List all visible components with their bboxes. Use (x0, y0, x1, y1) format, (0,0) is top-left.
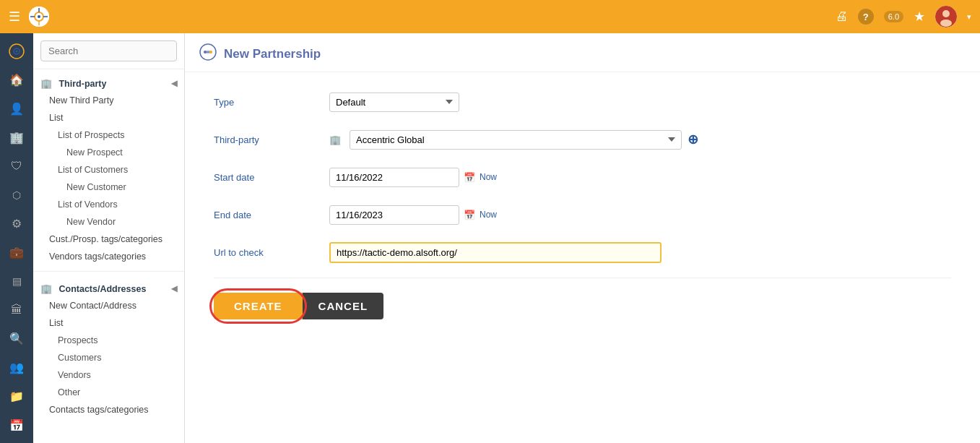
url-input[interactable] (329, 242, 662, 263)
third-party-section-header[interactable]: 🏢 Third-party ◀ (33, 72, 184, 92)
third-party-section-icon: 🏢 (40, 78, 52, 89)
sidebar-item-list-of-vendors[interactable]: List of Vendors (33, 196, 184, 213)
end-date-calendar-icon[interactable]: 📅 (464, 210, 475, 220)
version-badge: 6.0 (884, 11, 903, 22)
type-control: Default Affiliate Reseller (329, 93, 951, 112)
type-select[interactable]: Default Affiliate Reseller (329, 93, 459, 112)
contacts-section: 🏢 Contacts/Addresses ◀ New Contact/Addre… (33, 275, 184, 421)
contacts-section-header[interactable]: 🏢 Contacts/Addresses ◀ (33, 278, 184, 297)
sidebar-item-list[interactable]: List (33, 109, 184, 126)
sidebar-item-list-of-customers[interactable]: List of Customers (33, 161, 184, 179)
form-row-url: Url to check (214, 240, 951, 264)
sidebar-item-contacts-list[interactable]: List (33, 314, 184, 332)
favorites-icon[interactable]: ★ (914, 9, 925, 25)
sidebar-item-new-customer[interactable]: New Customer (33, 179, 184, 196)
start-date-calendar-icon[interactable]: 📅 (464, 172, 475, 183)
search-input[interactable] (40, 40, 177, 61)
iconbar-logo[interactable] (4, 39, 30, 64)
iconbar-tools[interactable]: ⚙ (4, 212, 30, 236)
iconbar-shield[interactable]: 🛡 (4, 154, 30, 179)
hamburger-menu-icon[interactable]: ☰ (9, 9, 20, 25)
iconbar-search[interactable]: 🔍 (4, 327, 30, 351)
third-party-collapse-icon: ◀ (171, 79, 177, 88)
third-party-section-label: Third-party (58, 79, 106, 89)
form-row-type: Type Default Affiliate Reseller (214, 90, 951, 114)
form-area: Type Default Affiliate Reseller Third-pa… (185, 72, 980, 337)
contacts-section-label: Contacts/Addresses (58, 284, 146, 294)
sidebar-item-customers[interactable]: Customers (33, 349, 184, 366)
sidebar-item-prospects[interactable]: Prospects (33, 332, 184, 349)
end-date-control: 📅 Now (329, 205, 951, 225)
svg-point-14 (204, 51, 207, 53)
main-content: New Partnership Type Default Affiliate R… (185, 33, 980, 443)
sidebar-item-list-of-prospects[interactable]: List of Prospects (33, 126, 184, 144)
third-party-section: 🏢 Third-party ◀ New Third Party List Lis… (33, 69, 184, 268)
content-header: New Partnership (185, 33, 980, 72)
sidebar-item-new-third-party[interactable]: New Third Party (33, 92, 184, 109)
topbar: ☰ 🖨 ? 6.0 ★ ▾ (0, 0, 980, 33)
iconbar-folder[interactable]: 📁 (4, 384, 30, 408)
iconbar-bank[interactable]: 🏛 (4, 298, 30, 322)
end-date-input[interactable] (329, 205, 459, 225)
third-party-field-icon: 🏢 (329, 134, 341, 145)
start-date-control: 📅 Now (329, 168, 951, 187)
svg-point-2 (38, 15, 40, 18)
sidebar-item-new-vendor[interactable]: New Vendor (33, 213, 184, 231)
sidebar-item-vendors[interactable]: Vendors (33, 366, 184, 384)
iconbar-briefcase[interactable]: 💼 (4, 240, 30, 264)
sidebar-item-new-contact[interactable]: New Contact/Address (33, 297, 184, 314)
page-title: New Partnership (224, 47, 321, 61)
svg-point-8 (942, 10, 950, 17)
contacts-section-icon: 🏢 (40, 283, 52, 294)
avatar[interactable] (935, 6, 957, 27)
end-date-label: End date (214, 210, 329, 220)
iconbar-building[interactable]: 🏢 (4, 125, 30, 150)
print-icon[interactable]: 🖨 (836, 9, 848, 24)
url-label: Url to check (214, 247, 329, 258)
iconbar-user[interactable]: 👤 (4, 97, 30, 121)
iconbar-calendar[interactable]: 📅 (4, 413, 30, 437)
sidebar-item-other[interactable]: Other (33, 384, 184, 401)
icon-bar: 🏠 👤 🏢 🛡 ⬡ ⚙ 💼 ▤ 🏛 🔍 👥 📁 📅 (0, 33, 33, 443)
third-party-select[interactable]: Accentric Global (350, 130, 682, 150)
svg-point-15 (209, 51, 212, 53)
form-separator (214, 278, 951, 278)
sidebar-divider (33, 271, 184, 272)
iconbar-layers[interactable]: ▤ (4, 269, 30, 293)
page-icon (199, 43, 217, 64)
search-box (33, 33, 184, 69)
form-row-end-date: End date 📅 Now (214, 202, 951, 227)
button-row: CREATE CANCEL (214, 293, 951, 319)
add-third-party-button[interactable]: ⊕ (688, 132, 698, 147)
contacts-collapse-icon: ◀ (171, 284, 177, 293)
third-party-label: Third-party (214, 134, 329, 145)
iconbar-network[interactable]: ⬡ (4, 183, 30, 207)
svg-point-9 (940, 20, 952, 27)
form-row-third-party: Third-party 🏢 Accentric Global ⊕ (214, 127, 951, 152)
start-date-label: Start date (214, 172, 329, 183)
app-logo (29, 7, 49, 27)
end-date-now-button[interactable]: Now (480, 210, 497, 220)
create-button[interactable]: CREATE (214, 293, 303, 319)
sidebar-item-vendor-tags[interactable]: Vendors tags/categories (33, 248, 184, 265)
cancel-button[interactable]: CANCEL (303, 293, 384, 319)
start-date-now-button[interactable]: Now (480, 172, 497, 182)
sidebar-item-cust-tags[interactable]: Cust./Prosp. tags/categories (33, 231, 184, 248)
sidebar-item-contacts-tags[interactable]: Contacts tags/categories (33, 401, 184, 418)
iconbar-home[interactable]: 🏠 (4, 68, 30, 93)
create-button-wrapper: CREATE (214, 293, 303, 319)
avatar-chevron[interactable]: ▾ (967, 12, 971, 22)
help-icon[interactable]: ? (858, 9, 874, 25)
sidebar: 🏢 Third-party ◀ New Third Party List Lis… (33, 33, 185, 443)
type-label: Type (214, 97, 329, 108)
form-row-start-date: Start date 📅 Now (214, 165, 951, 189)
sidebar-item-new-prospect[interactable]: New Prospect (33, 144, 184, 161)
svg-point-12 (16, 50, 18, 52)
url-control (329, 242, 951, 263)
start-date-input[interactable] (329, 168, 459, 187)
third-party-control: 🏢 Accentric Global ⊕ (329, 130, 951, 150)
iconbar-people[interactable]: 👥 (4, 356, 30, 380)
